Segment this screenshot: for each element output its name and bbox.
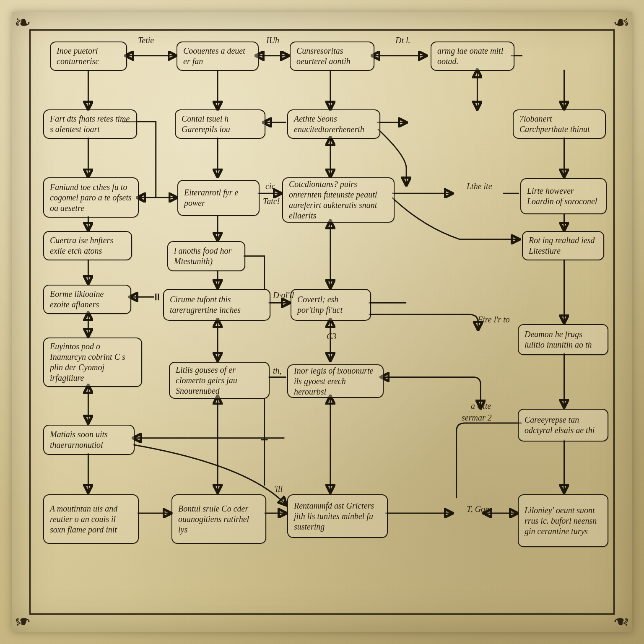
node-text: Euyintos pod o Inamurcyn cobrint C s pli…	[50, 341, 135, 383]
node-text: Matiais soon uits thaerarnonutiol	[50, 429, 128, 450]
flow-node: Eiteranrotl fyr e power	[177, 180, 260, 216]
flow-node: Aethte Seons enucitedtorerhenerth	[287, 109, 380, 139]
edge-label: th,	[273, 366, 282, 376]
node-text: A moutintan uis and reutier o an couis i…	[50, 504, 132, 535]
flow-node: Cirume tufont this tarerugrertine inches	[163, 289, 270, 321]
flow-node: Inor legis of ixouonurte ils gyoest erec…	[287, 364, 384, 398]
edge-label: IUh	[266, 36, 279, 45]
flow-node: Contal tsuel h Garerepils iou	[175, 109, 265, 139]
flow-node: Cotcdiontans? puirs onrernten futeunste …	[282, 177, 395, 223]
flow-node: 7iobanert Carchperthate thinut	[513, 109, 606, 139]
node-text: Aethte Seons enucitedtorerhenerth	[294, 114, 374, 135]
flow-node: Coouentes a deuet er fan	[177, 42, 259, 71]
flowchart-stage: Inoe puetorl conturnerisc Coouentes a de…	[31, 31, 613, 613]
node-text: Eorme likioaine ezoite aflaners	[50, 289, 125, 310]
flow-node: Matiais soon uits thaerarnonutiol	[43, 425, 135, 455]
flow-node: Covertl; esh por'tinp fi'uct	[291, 289, 371, 321]
flow-node: Rot ing realtad iesd Litestiure	[522, 231, 604, 260]
edge-label: cic	[265, 182, 275, 191]
node-text: Rentammfd ast Gricters jith lis tunites …	[294, 501, 381, 532]
node-text: Liloniey' oeunt suont rrus ic. buforl ne…	[525, 505, 602, 537]
edge-label: Tetie	[138, 36, 154, 45]
flow-node: Cuertra ise hnfters exlie etch atons	[43, 231, 132, 260]
diagram-frame: Inoe puetorl conturnerisc Coouentes a de…	[29, 29, 615, 615]
node-text: 7iobanert Carchperthate thinut	[519, 114, 599, 135]
edge-label: 'ill	[274, 484, 283, 494]
flow-node: Euyintos pod o Inamurcyn cobrint C s pli…	[43, 338, 142, 387]
flow-node: Deamon he frugs lulitio inunitin ao th	[518, 324, 608, 355]
edge-label: C3	[327, 332, 336, 341]
flow-node: armg lae onate mitl ootad.	[431, 42, 514, 71]
edge-label: a Cite	[471, 401, 491, 411]
flow-node: l anoths food hor Mtestunith)	[167, 241, 245, 271]
flow-node: Careeyrepse tan odctyral elsais ae thi	[518, 409, 608, 441]
node-text: Coouentes a deuet er fan	[183, 46, 252, 67]
node-text: Careeyrepse tan odctyral elsais ae thi	[525, 415, 602, 436]
flow-node: A moutintan uis and reutier o an couis i…	[43, 494, 139, 544]
flow-node: Rentammfd ast Gricters jith lis tunites …	[287, 494, 388, 538]
node-text: Deamon he frugs lulitio inunitin ao th	[525, 329, 602, 350]
node-text: Eiteranrotl fyr e power	[184, 187, 253, 208]
node-text: l anoths food hor Mtestunith)	[174, 246, 239, 267]
flow-node: Bontul srule Co cder ouanogitiens rutirh…	[171, 494, 266, 544]
node-text: Litiis gouses of er clomerto geirs jau S…	[176, 365, 263, 396]
node-text: Rot ing realtad iesd Litestiure	[529, 235, 597, 256]
flow-node: Eorme likioaine ezoite aflaners	[43, 285, 131, 314]
node-text: armg lae onate mitl ootad.	[437, 46, 508, 67]
flow-node: Liloniey' oeunt suont rrus ic. buforl ne…	[518, 494, 608, 547]
node-text: Inor legis of ixouonurte ils gyoest erec…	[294, 366, 377, 397]
node-text: Cotcdiontans? puirs onrernten futeunste …	[289, 179, 388, 221]
flow-node: Cunsresoritas oeurterel aontih	[290, 42, 374, 71]
flow-node: Fart dts fhats retes time s alentest ioa…	[43, 109, 137, 139]
node-text: Bontul srule Co cder ouanogitiens rutirh…	[178, 504, 260, 535]
node-text: Cuertra ise hnfters exlie etch atons	[50, 235, 125, 256]
edge-label: T, Gons	[467, 504, 493, 514]
flow-node: Lirte however Loardin of soroconel	[520, 178, 607, 214]
flow-node: Inoe puetorl conturnerisc	[50, 42, 127, 71]
node-text: Contal tsuel h Garerepils iou	[182, 114, 259, 135]
node-text: Covertl; esh por'tinp fi'uct	[297, 294, 364, 315]
flow-node: Faniund toe cthes fu to cogomel paro a t…	[43, 177, 139, 218]
node-text: Fart dts fhats retes time s alentest ioa…	[50, 114, 130, 135]
node-text: Cunsresoritas oeurterel aontih	[296, 46, 368, 67]
node-text: Faniund toe cthes fu to cogomel paro a t…	[50, 182, 132, 213]
parchment-background: ❧ ❧ ❧ ❧	[12, 12, 632, 632]
node-text: Lirte however Loardin of soroconel	[527, 186, 600, 207]
flow-node: Litiis gouses of er clomerto geirs jau S…	[169, 362, 270, 399]
edge-label: D·ol'il	[273, 291, 294, 300]
edge-label: Dt l.	[395, 36, 410, 45]
node-text: Cirume tufont this tarerugrertine inches	[170, 294, 264, 315]
node-text: Inoe puetorl conturnerisc	[57, 46, 120, 67]
edge-label: Fire l'r to	[478, 315, 510, 325]
edge-label: sermar 2	[462, 413, 492, 423]
edge-label: Lthe ite	[467, 182, 492, 191]
edge-label: Tatc!	[263, 197, 280, 206]
